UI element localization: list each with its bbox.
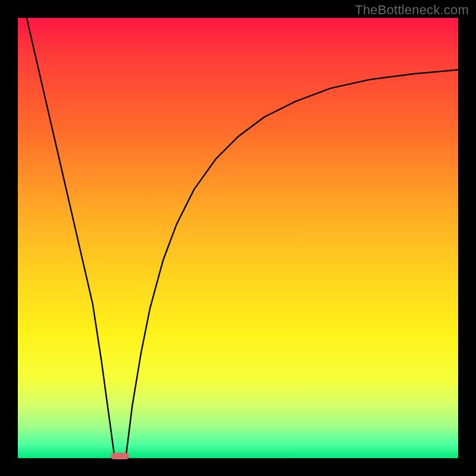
curve-left-branch [27,18,115,458]
curve-right-branch [126,70,458,458]
curve-layer [18,18,458,458]
plot-area [18,18,458,458]
watermark-text: TheBottleneck.com [355,2,469,18]
min-marker [111,453,129,459]
chart-frame: TheBottleneck.com [0,0,476,476]
